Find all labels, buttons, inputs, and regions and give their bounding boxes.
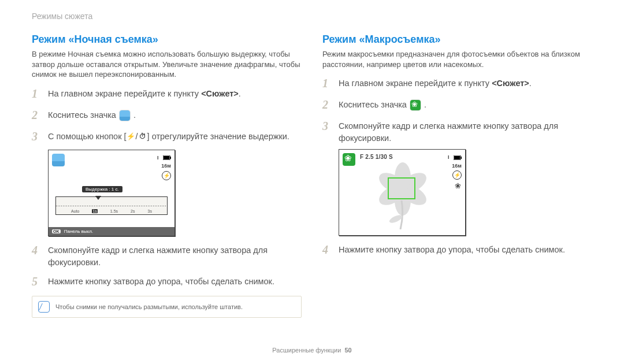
step-text: Нажмите кнопку затвора до упора, чтобы с…: [339, 244, 565, 256]
flash-icon: ⚡: [127, 132, 136, 142]
step-number: 4: [32, 242, 42, 259]
step-text: Коснитесь значка: [48, 110, 116, 120]
exposure-label: Выдержка : 1 с.: [82, 186, 122, 192]
night-step-2: 2 Коснитесь значка .: [32, 107, 302, 124]
screen-footer: OK Панель выкл.: [49, 227, 174, 236]
step-text: Скомпонуйте кадр и слегка нажмите кнопку…: [339, 120, 592, 144]
blurb-macro: Режим макросъемки предназначен для фотос…: [322, 49, 592, 69]
ok-button-label: OK: [52, 229, 61, 233]
note-icon: [38, 301, 50, 313]
breadcrumb: Режимы сюжета: [32, 12, 592, 21]
focus-rectangle: [388, 177, 415, 199]
night-step-4: 4 Скомпонуйте кадр и слегка нажмите кноп…: [32, 242, 302, 269]
battery-icon: [163, 155, 171, 160]
macro-step-2: 2 Коснитесь значка .: [322, 96, 592, 113]
column-macro-shot: Режим «Макросъемка» Режим макросъемки пр…: [322, 34, 592, 318]
step-text: Нажмите кнопку затвора до упора, чтобы с…: [48, 276, 274, 288]
svg-rect-5: [460, 157, 462, 159]
noflash-icon: ⚡: [162, 171, 171, 180]
slider-marker: [95, 196, 101, 200]
battery-icon: [454, 155, 462, 160]
macro-step-4: 4 Нажмите кнопку затвора до упора, чтобы…: [322, 242, 592, 258]
macro-step-1: 1 На главном экране перейдите к пункту <…: [322, 75, 592, 92]
step-text: С помощью кнопок [: [48, 132, 127, 141]
macro-mode-icon: ❀: [454, 182, 462, 190]
slider-ticks: Auto 1s 1.5s 2s 3s: [58, 209, 165, 213]
svg-rect-1: [164, 156, 169, 159]
macro-camera-screen: F 2.5 1/30 S I 16м ⚡ ❀: [339, 149, 466, 236]
step-text: Коснитесь значка: [339, 100, 407, 109]
night-step-1: 1 На главном экране перейдите к пункту <…: [32, 86, 302, 102]
step-text: На главном экране перейдите к пункту: [339, 79, 492, 88]
note-text: Чтобы снимки не получались размытыми, ис…: [55, 303, 243, 310]
mode-landscape-icon: [52, 154, 65, 166]
column-night-shot: Режим «Ночная съемка» В режиме Ночная съ…: [32, 34, 302, 318]
step-bold: <Сюжет>: [492, 79, 529, 88]
step-text: Скомпонуйте кадр и слегка нажмите кнопку…: [48, 244, 302, 269]
step-number: 3: [32, 128, 42, 145]
page-footer: Расширенные функции 50: [0, 347, 624, 354]
exposure-slider: Auto 1s 1.5s 2s 3s: [55, 196, 168, 215]
heading-macro: Режим «Макросъемка»: [322, 34, 592, 46]
tip-note: Чтобы снимки не получались размытыми, ис…: [32, 296, 302, 318]
status-readout: I 16м: [448, 153, 462, 170]
step-number: 3: [322, 118, 333, 135]
step-number: 4: [322, 242, 333, 258]
landscape-icon: [120, 110, 130, 121]
status-readout: I 16м: [157, 154, 171, 170]
blurb-night: В режиме Ночная съемка можно использоват…: [32, 49, 302, 80]
macro-icon: [410, 100, 421, 110]
night-step-5: 5 Нажмите кнопку затвора до упора, чтобы…: [32, 273, 302, 290]
step-number: 5: [32, 273, 42, 290]
noflash-icon: ⚡: [452, 170, 462, 180]
mode-macro-icon: [343, 153, 355, 166]
heading-night: Режим «Ночная съемка»: [32, 34, 302, 46]
step-text: На главном экране перейдите к пункту: [48, 89, 201, 98]
step-number: 2: [322, 96, 333, 113]
night-step-3: 3 С помощью кнопок [⚡/⏱] отрегулируйте з…: [32, 128, 302, 145]
aperture-readout: F 2.5 1/30 S: [360, 154, 393, 160]
step-number: 1: [322, 75, 333, 92]
step-number: 1: [32, 86, 42, 102]
svg-rect-2: [170, 157, 171, 159]
timer-icon: ⏱: [138, 132, 147, 142]
night-camera-screen: I 16м ⚡ Выдержка : 1 с. Auto 1s 1.5s 2s …: [48, 150, 175, 236]
step-number: 2: [32, 107, 42, 124]
step-bold: <Сюжет>: [201, 89, 239, 98]
macro-step-3: 3 Скомпонуйте кадр и слегка нажмите кноп…: [322, 118, 592, 144]
svg-rect-4: [454, 156, 460, 159]
